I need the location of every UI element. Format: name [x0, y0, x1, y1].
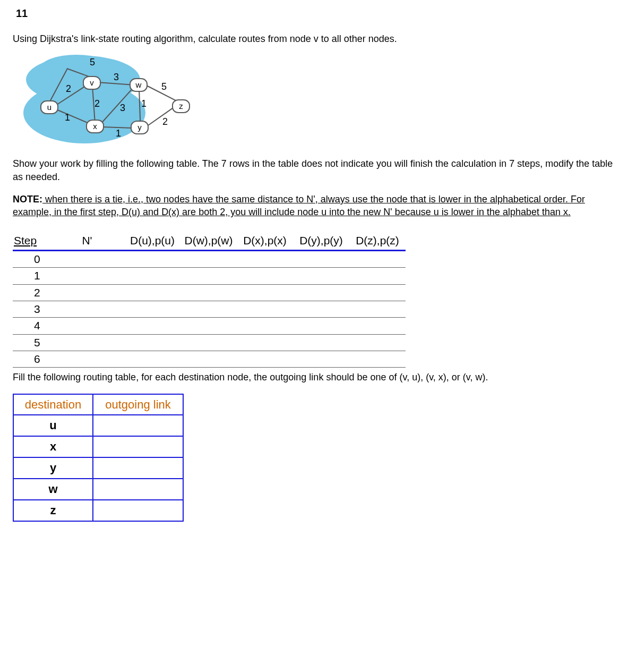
steps-row: 5	[13, 334, 406, 351]
steps-row: 4	[13, 318, 406, 334]
edge-weight: 2	[94, 97, 100, 110]
routing-header-outgoing: outgoing link	[93, 394, 183, 415]
edge-weight: 2	[162, 115, 168, 128]
routing-row: u	[13, 415, 183, 436]
steps-header-du: D(u),p(u)	[124, 232, 180, 250]
steps-row: 0	[13, 250, 406, 267]
question-number: 11	[16, 6, 624, 21]
dijkstra-steps-table: Step N' D(u),p(u) D(w),p(w) D(x),p(x) D(…	[13, 232, 406, 368]
graph-node-u: u	[40, 100, 58, 114]
steps-row: 6	[13, 351, 406, 367]
note-label: NOTE:	[13, 194, 42, 205]
routing-row: w	[13, 479, 183, 500]
graph-node-z: z	[172, 99, 190, 113]
edge-weight: 1	[141, 97, 147, 110]
graph-node-x: x	[86, 120, 104, 133]
steps-header-dx: D(x),p(x)	[237, 232, 293, 250]
routing-row: y	[13, 457, 183, 479]
edge-weight: 5	[90, 56, 95, 69]
routing-row: x	[13, 436, 183, 457]
steps-body: 0 1 2 3 4 5 6	[13, 250, 406, 367]
edge-weight: 1	[116, 127, 121, 140]
network-graph-figure: u v w x y z 5 2 3 5 2 3 1 1 1 2	[18, 56, 193, 143]
steps-row: 3	[13, 301, 406, 317]
edge-weight: 5	[161, 80, 167, 93]
graph-node-w: w	[130, 78, 148, 92]
steps-row: 1	[13, 268, 406, 284]
page: 11 Using Dijkstra's link-state routing a…	[0, 0, 637, 672]
steps-header-nprime: N'	[50, 232, 124, 250]
steps-header-dz: D(z),p(z)	[349, 232, 406, 250]
instructions-routing-table: Fill the following routing table, for ea…	[13, 371, 624, 384]
routing-row: z	[13, 500, 183, 521]
question-prompt: Using Dijkstra's link-state routing algo…	[13, 32, 624, 45]
routing-table: destination outgoing link u x y w z	[13, 394, 184, 522]
edge-weight: 2	[66, 82, 71, 95]
graph-node-v: v	[83, 76, 101, 90]
instructions-show-work: Show your work by filling the following …	[13, 157, 624, 183]
edge-weight: 3	[120, 101, 125, 114]
steps-row: 2	[13, 284, 406, 301]
graph-node-y: y	[131, 121, 149, 134]
tie-break-note: NOTE: when there is a tie, i.e., two nod…	[13, 193, 624, 219]
edge-weight: 3	[114, 71, 119, 83]
steps-header-step: Step	[13, 232, 50, 250]
note-text: when there is a tie, i.e., two nodes hav…	[13, 194, 585, 217]
steps-header-dw: D(w),p(w)	[180, 232, 237, 250]
steps-header-dy: D(y),p(y)	[293, 232, 349, 250]
edge-weight: 1	[65, 111, 70, 124]
routing-header-destination: destination	[13, 394, 93, 415]
